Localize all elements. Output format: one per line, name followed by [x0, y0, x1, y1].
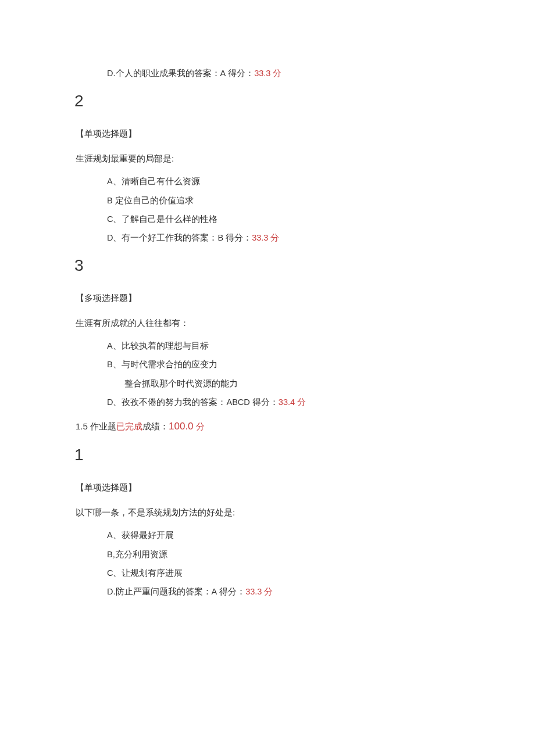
- opt-text: 比较执着的理想与目标: [122, 341, 209, 350]
- q-top-option-d: D.个人的职业成果我的答案：A 得分：33.3 分: [76, 67, 459, 80]
- hw-label2: 成绩：: [142, 422, 169, 431]
- opt-label: B: [107, 196, 115, 205]
- q2-option-b: B 定位自己的价值追求: [76, 194, 459, 207]
- hw-label1: 作业题: [90, 422, 116, 431]
- opt-text: 让规划有序进展: [122, 568, 183, 578]
- q3-option-b: B、与时代需求合拍的应变力: [76, 358, 459, 371]
- hw-num: 1.5: [76, 421, 90, 431]
- opt-text: 防止严重问题我的答案：: [116, 587, 212, 596]
- q1b-option-d: D.防止严重问题我的答案：A 得分：33.3 分: [76, 585, 459, 599]
- opt-text: 有一个好工作我的答案：: [122, 233, 217, 242]
- opt-text: 整合抓取那个时代资源的能力: [124, 379, 238, 388]
- q1b-option-a: A、获得最好开展: [76, 529, 459, 542]
- question-number-3: 3: [74, 253, 459, 279]
- score-label: 得分：: [217, 587, 245, 596]
- hw-unit: 分: [196, 422, 205, 431]
- q3-option-a: A、比较执着的理想与目标: [76, 339, 459, 353]
- answer-letter: A: [212, 587, 217, 596]
- score-value: 33.3: [245, 587, 264, 596]
- answer-letter: A: [220, 69, 226, 78]
- opt-label: B,: [107, 550, 115, 559]
- opt-label: D.: [107, 69, 116, 78]
- score-value: 33.4: [279, 397, 297, 407]
- score-unit: 分: [273, 69, 281, 78]
- question-number-2: 2: [74, 88, 459, 114]
- question-text: 生涯有所成就的人往往都有：: [76, 317, 459, 330]
- question-text: 生涯规划最重要的局部是:: [76, 152, 459, 166]
- question-type: 【多项选择题】: [76, 292, 459, 305]
- q3-option-c: 整合抓取那个时代资源的能力: [76, 377, 459, 390]
- opt-label: C、: [107, 214, 122, 224]
- question-type: 【单项选择题】: [76, 481, 459, 495]
- opt-label: B、: [107, 360, 122, 369]
- opt-text: 了解自己是什么样的性格: [122, 214, 217, 224]
- score-label: 得分：: [223, 233, 252, 242]
- score-unit: 分: [270, 233, 279, 242]
- opt-label: D、: [107, 397, 122, 407]
- q2-option-d: D、有一个好工作我的答案：B 得分：33.3 分: [76, 231, 459, 245]
- hw-done: 已完成: [116, 422, 142, 431]
- opt-label: D.: [107, 587, 116, 596]
- opt-text: 孜孜不倦的努力我的答案：: [122, 397, 226, 407]
- opt-label: D、: [107, 233, 122, 242]
- opt-text: 与时代需求合拍的应变力: [122, 360, 217, 369]
- q2-option-a: A、清晰自己有什么资源: [76, 175, 459, 188]
- answer-letter: ABCD: [226, 397, 249, 407]
- q2-option-c: C、了解自己是什么样的性格: [76, 213, 459, 226]
- q3-option-d: D、孜孜不倦的努力我的答案：ABCD 得分：33.4 分: [76, 396, 459, 409]
- opt-label: C、: [107, 568, 122, 578]
- score-unit: 分: [264, 587, 273, 596]
- q1b-option-b: B,充分利用资源: [76, 548, 459, 561]
- opt-label: A、: [107, 531, 122, 540]
- opt-text: 个人的职业成果我的答案：: [116, 69, 220, 78]
- opt-text: 清晰自己有什么资源: [122, 177, 200, 186]
- opt-text: 充分利用资源: [115, 550, 167, 559]
- opt-label: A、: [107, 177, 122, 186]
- q1b-option-c: C、让规划有序进展: [76, 567, 459, 580]
- score-label: 得分：: [250, 397, 279, 407]
- score-unit: 分: [297, 397, 306, 407]
- answer-letter: B: [217, 233, 223, 242]
- score-value: 33.3: [252, 233, 270, 242]
- homework-status-line: 1.5 作业题已完成成绩：100.0 分: [76, 418, 459, 434]
- hw-score: 100.0: [169, 421, 196, 432]
- score-value: 33.3: [254, 69, 273, 78]
- opt-text: 获得最好开展: [122, 531, 174, 540]
- question-text: 以下哪一条，不是系统规划方法的好处是:: [76, 506, 459, 519]
- opt-text: 定位自己的价值追求: [115, 196, 194, 205]
- question-type: 【单项选择题】: [76, 127, 459, 141]
- score-label: 得分：: [226, 69, 254, 78]
- opt-label: A、: [107, 341, 122, 350]
- question-number-1b: 1: [74, 442, 459, 468]
